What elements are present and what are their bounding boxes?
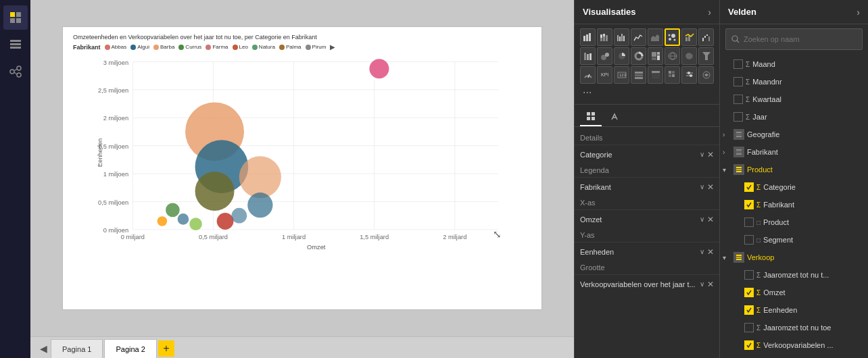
field-item-maand[interactable]: Σ Maand	[720, 55, 868, 73]
vis-icon-matrix[interactable]	[665, 66, 680, 84]
vis-field-chevron-omzet[interactable]: ∨	[700, 215, 704, 223]
page-add-button[interactable]: +	[158, 340, 174, 357]
svg-text:0 miljoen: 0 miljoen	[103, 227, 128, 234]
fields-search-input[interactable]	[744, 35, 857, 43]
field-item-jaar[interactable]: Σ Jaar	[720, 108, 868, 126]
vis-icon-line[interactable]	[631, 28, 646, 46]
vis-field-verkoopvar[interactable]: Verkoopvariabelen over het jaar t... ∨ ✕	[575, 274, 719, 293]
vis-field-omzet[interactable]: Omzet ∨ ✕	[575, 209, 719, 228]
vis-icon-map[interactable]	[665, 47, 680, 65]
field-item-kwartaal[interactable]: Σ Kwartaal	[720, 91, 868, 108]
field-item-verkoop-var1[interactable]: Σ Verkoopvariabelen ...	[720, 336, 868, 354]
vis-icon-stacked-bar[interactable]	[597, 28, 612, 46]
page-tab-1[interactable]: Pagina 1	[51, 339, 103, 358]
vis-icon-ribbon[interactable]	[580, 47, 596, 65]
field-checkbox-maand[interactable]	[733, 59, 743, 69]
svg-point-55	[669, 34, 671, 36]
vis-field-chevron-verkoopvar[interactable]: ∨	[700, 280, 704, 288]
vis-icon-scatter[interactable]	[665, 28, 680, 46]
vis-icon-cluster-bar[interactable]	[614, 28, 629, 46]
vis-field-categorie[interactable]: Categorie ∨ ✕	[575, 145, 719, 163]
vis-field-remove-eenheden[interactable]: ✕	[707, 247, 714, 257]
vis-field-remove-fabrikant[interactable]: ✕	[707, 182, 714, 192]
svg-marker-77	[702, 52, 710, 60]
svg-point-53	[671, 34, 675, 38]
field-group-geografie[interactable]: › Geografie	[720, 126, 868, 143]
vis-icon-pie[interactable]	[614, 47, 629, 65]
vis-field-eenheden[interactable]: Eenheden ∨ ✕	[575, 242, 719, 261]
vis-field-remove-omzet[interactable]: ✕	[707, 215, 714, 224]
velden-collapse-arrow[interactable]: ›	[857, 7, 860, 18]
field-checkbox-categorie[interactable]	[744, 182, 754, 192]
field-checkbox-eenheden[interactable]	[744, 305, 754, 315]
page-tab-2[interactable]: Pagina 2	[104, 339, 156, 358]
vis-icon-waterfall[interactable]	[698, 28, 714, 46]
vis-field-chevron-eenheden[interactable]: ∨	[700, 248, 704, 255]
svg-rect-106	[736, 136, 742, 137]
vis-icon-card[interactable]: 123	[614, 66, 629, 84]
model-view-icon[interactable]	[3, 59, 28, 84]
svg-rect-70	[657, 52, 660, 55]
field-checkbox-product[interactable]	[744, 218, 754, 227]
field-item-jaaromzet1[interactable]: Σ Jaaromzet tot nu t...	[720, 266, 868, 284]
vis-icon-table[interactable]	[648, 66, 663, 84]
vis-icon-funnel[interactable]	[698, 47, 714, 65]
legend-dot-barba	[153, 45, 159, 50]
field-item-verkoop-var2[interactable]: Σ Verkoopvariabelen ...	[720, 354, 868, 358]
field-checkbox-jaar[interactable]	[733, 112, 743, 122]
field-item-fabrikant-product[interactable]: Σ Fabrikant	[720, 196, 868, 213]
vis-icon-gauge[interactable]	[580, 66, 596, 84]
fields-search-box[interactable]	[725, 28, 863, 50]
vis-icon-area[interactable]	[648, 28, 663, 46]
vis-field-chevron-fabrikant[interactable]: ∨	[700, 183, 704, 190]
vis-icon-ai-vis[interactable]	[698, 66, 714, 84]
field-group-verkoop[interactable]: ▾ Verkoop	[720, 249, 868, 266]
vis-icon-bubble[interactable]	[597, 47, 612, 65]
svg-rect-3	[16, 18, 21, 23]
vis-icon-bar[interactable]	[580, 28, 596, 46]
vis-icon-line-col[interactable]	[681, 28, 697, 46]
geografie-label: Geografie	[747, 130, 865, 138]
vis-field-remove-verkoopvar[interactable]: ✕	[707, 280, 714, 289]
vis-icons-row-2	[580, 47, 714, 65]
field-item-jaaromzet2[interactable]: Σ Jaaromzet tot nu toe	[720, 319, 868, 336]
data-view-icon[interactable]	[3, 32, 28, 57]
vis-tab-fields[interactable]	[580, 107, 602, 126]
field-label-kwartaal: Kwartaal	[752, 95, 863, 103]
field-checkbox-verkoop-var1[interactable]	[744, 340, 754, 350]
vis-icon-kpi[interactable]: KPI	[597, 66, 612, 84]
svg-point-8	[17, 66, 21, 70]
field-item-omzet[interactable]: Σ Omzet	[720, 284, 868, 301]
field-checkbox-segment[interactable]	[744, 235, 754, 245]
visualisaties-header: Visualisaties ›	[575, 0, 719, 24]
page-prev-button[interactable]: ◀	[37, 340, 49, 357]
vis-icon-donut[interactable]	[631, 47, 646, 65]
vis-field-remove-categorie[interactable]: ✕	[707, 150, 714, 159]
vis-icon-treemap[interactable]	[648, 47, 663, 65]
field-item-eenheden[interactable]: Σ Eenheden	[720, 301, 868, 319]
visualisaties-collapse-arrow[interactable]: ›	[708, 7, 711, 18]
field-item-product[interactable]: □ Product	[720, 213, 868, 231]
sigma-icon-jaaromzet1: Σ	[756, 272, 761, 279]
field-item-segment[interactable]: □ Segment	[720, 231, 868, 249]
field-item-maandnr[interactable]: Σ Maandnr	[720, 73, 868, 91]
report-view-icon[interactable]	[3, 5, 28, 30]
vis-icon-multirow-card[interactable]	[631, 66, 646, 84]
field-checkbox-jaaromzet1[interactable]	[744, 270, 754, 280]
field-group-fabrikant[interactable]: › Fabrikant	[720, 143, 868, 161]
vis-field-fabrikant[interactable]: Fabrikant ∨ ✕	[575, 177, 719, 196]
field-checkbox-maandnr[interactable]	[733, 77, 743, 86]
field-checkbox-fabrikant-product[interactable]	[744, 200, 754, 209]
field-item-categorie[interactable]: Σ Categorie	[720, 178, 868, 196]
vis-field-chevron-categorie[interactable]: ∨	[700, 151, 704, 158]
field-checkbox-kwartaal[interactable]	[733, 95, 743, 104]
svg-text:Eenheden: Eenheden	[97, 138, 103, 167]
field-group-product[interactable]: ▾ Product	[720, 161, 868, 178]
vis-icon-slicer[interactable]	[681, 66, 697, 84]
chart-container[interactable]: Omzeteenheden en Verkoopvariabelen over …	[62, 26, 542, 310]
field-checkbox-omzet[interactable]	[744, 288, 754, 297]
field-checkbox-jaaromzet2[interactable]	[744, 323, 754, 332]
vis-more-button[interactable]: ···	[580, 85, 714, 100]
vis-icon-filled-map[interactable]	[681, 47, 697, 65]
vis-tab-format[interactable]	[604, 107, 626, 126]
